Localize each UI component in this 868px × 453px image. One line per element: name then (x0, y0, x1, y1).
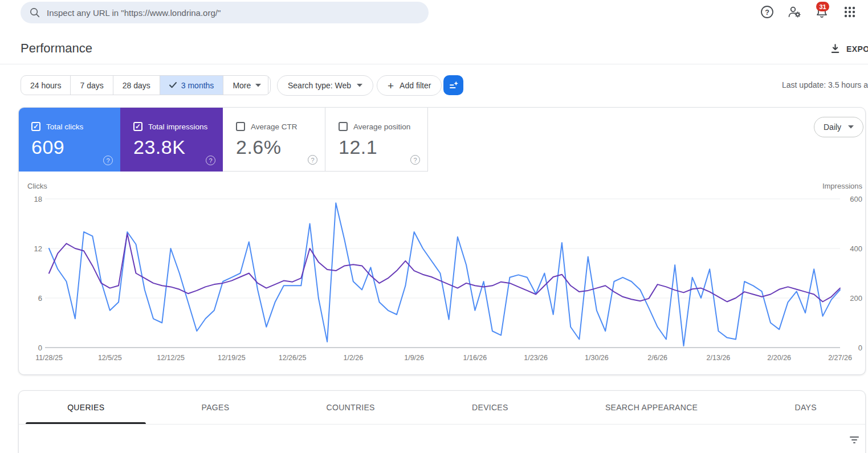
date-range-label: 3 months (181, 81, 214, 90)
right-axis-tick: 400 (850, 244, 862, 253)
x-axis-label: 1/2/26 (343, 354, 363, 362)
tab-queries[interactable]: QUERIES (19, 391, 153, 424)
svg-text:?: ? (765, 9, 769, 17)
export-button[interactable]: EXPORT (830, 43, 868, 54)
chevron-down-icon (357, 84, 362, 87)
search-icon (28, 6, 41, 19)
x-axis-label: 12/12/25 (157, 354, 185, 362)
metric-tile-total-clicks[interactable]: ✓Total clicks609? (18, 107, 120, 172)
more-label: More (233, 81, 251, 90)
left-axis-tick: 6 (38, 294, 42, 303)
date-range-label: 24 hours (30, 81, 61, 90)
page-title: Performance (21, 41, 92, 56)
plus-icon: + (388, 80, 394, 91)
left-axis-tick: 18 (34, 195, 42, 203)
notification-count-badge: 31 (816, 2, 829, 11)
right-axis-title: Impressions (822, 182, 863, 190)
x-axis-label: 1/30/26 (585, 354, 609, 362)
chevron-down-icon (848, 125, 854, 129)
add-filter-button[interactable]: + Add filter (377, 75, 442, 96)
account-settings-icon[interactable] (787, 5, 802, 19)
total-impressions-checkbox[interactable]: ✓ (133, 122, 142, 131)
dimension-tabs: QUERIESPAGESCOUNTRIESDEVICESSEARCH APPEA… (19, 391, 865, 425)
filter-row-divider (268, 77, 268, 93)
metric-label: Total impressions (148, 123, 207, 131)
help-icon[interactable]: ? (410, 155, 420, 165)
download-icon (830, 43, 841, 54)
metric-tile-total-impressions[interactable]: ✓Total impressions23.8K? (120, 107, 223, 172)
x-axis-label: 2/27/26 (828, 354, 852, 362)
check-icon (169, 82, 177, 88)
x-axis-label: 12/5/25 (98, 354, 122, 362)
header-divider (0, 64, 868, 64)
date-range-chip-28-days[interactable]: 28 days (113, 76, 160, 95)
tab-pages[interactable]: PAGES (153, 391, 278, 424)
metric-tiles: ✓Total clicks609?✓Total impressions23.8K… (18, 107, 428, 172)
right-axis-tick: 200 (850, 294, 862, 303)
x-axis-label: 12/26/25 (279, 354, 307, 362)
right-axis-tick: 600 (850, 195, 862, 203)
tab-countries[interactable]: COUNTRIES (278, 391, 423, 424)
granularity-label: Daily (824, 123, 841, 132)
average-position-checkbox[interactable] (339, 122, 348, 131)
performance-line-chart[interactable]: 0062001240018600ClicksImpressions11/28/2… (19, 176, 866, 364)
left-axis-tick: 12 (34, 244, 42, 253)
x-axis-label: 1/16/26 (463, 354, 487, 362)
impressions-line (49, 234, 840, 302)
search-input[interactable] (47, 8, 421, 18)
chevron-down-icon (255, 84, 261, 87)
filter-bar-toggle-button[interactable] (443, 75, 463, 95)
date-range-chip-24-hours[interactable]: 24 hours (21, 76, 71, 95)
url-inspect-search-bar[interactable] (21, 2, 429, 23)
export-label: EXPORT (846, 44, 868, 54)
table-filter-icon[interactable] (849, 434, 860, 446)
apps-grid-icon[interactable] (842, 5, 857, 19)
help-icon[interactable]: ? (206, 156, 215, 165)
date-range-label: 7 days (80, 81, 103, 90)
x-axis-label: 11/28/25 (35, 354, 63, 362)
left-axis-title: Clicks (27, 182, 47, 190)
x-axis-label: 1/23/26 (524, 354, 548, 362)
metric-label: Average position (353, 123, 410, 131)
metric-label: Total clicks (46, 123, 83, 131)
help-icon[interactable]: ? (103, 156, 113, 165)
performance-chart-card: ✓Total clicks609?✓Total impressions23.8K… (18, 107, 866, 375)
x-axis-label: 2/6/26 (647, 354, 667, 362)
total-clicks-checkbox[interactable]: ✓ (31, 122, 40, 131)
last-update-text: Last update: 3.5 hours ago (782, 80, 868, 89)
dimensions-table-card: QUERIESPAGESCOUNTRIESDEVICESSEARCH APPEA… (18, 390, 866, 453)
help-icon[interactable]: ? (308, 155, 317, 165)
average-ctr-checkbox[interactable] (236, 122, 245, 131)
x-axis-label: 1/9/26 (404, 354, 424, 362)
date-range-label: 28 days (123, 81, 150, 90)
date-range-more-dropdown[interactable]: More (223, 76, 270, 95)
filter-sparkle-icon (448, 80, 459, 91)
date-range-chip-3-months[interactable]: 3 months (160, 76, 224, 95)
add-filter-label: Add filter (400, 81, 431, 90)
metric-tile-average-position[interactable]: Average position12.1? (325, 107, 428, 172)
search-type-dropdown[interactable]: Search type: Web (277, 75, 373, 96)
right-axis-tick: 0 (858, 344, 862, 352)
date-range-selector: 24 hours7 days28 days3 monthsMore (21, 75, 271, 95)
metric-tile-average-ctr[interactable]: Average CTR2.6%? (223, 107, 325, 172)
x-axis-label: 2/13/26 (707, 354, 731, 362)
date-range-chip-7-days[interactable]: 7 days (71, 76, 113, 95)
search-type-label: Search type: Web (288, 81, 351, 90)
left-axis-tick: 0 (38, 344, 42, 352)
granularity-dropdown[interactable]: Daily (814, 117, 863, 137)
tab-days[interactable]: DAYS (746, 391, 865, 424)
metric-label: Average CTR (251, 123, 298, 131)
clicks-line (49, 203, 840, 346)
x-axis-label: 12/19/25 (218, 354, 246, 362)
tab-devices[interactable]: DEVICES (423, 391, 557, 424)
x-axis-label: 2/20/26 (767, 354, 791, 362)
tab-search-appearance[interactable]: SEARCH APPEARANCE (557, 391, 747, 424)
help-icon[interactable]: ? (760, 5, 775, 19)
